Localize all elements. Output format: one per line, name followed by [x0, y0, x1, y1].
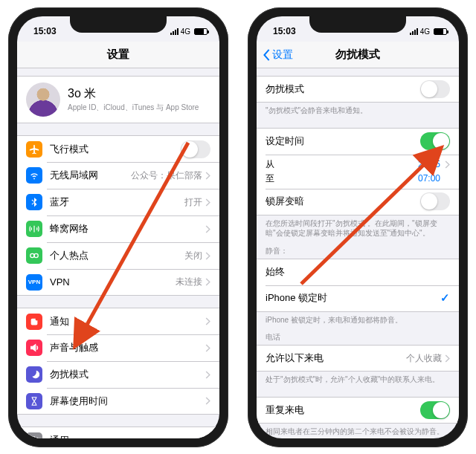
row-time-range[interactable]: 从 22:15 至 07:00 — [257, 155, 459, 189]
bluetooth-icon — [26, 194, 42, 210]
chevron-right-icon — [205, 436, 210, 438]
chevron-right-icon — [445, 354, 450, 363]
row-detail: 未连接 — [176, 276, 202, 288]
page-title: 设置 — [107, 48, 129, 62]
chevron-right-icon — [445, 160, 450, 169]
cellular-icon — [26, 221, 42, 237]
chevron-right-icon — [205, 252, 210, 260]
checkmark-icon: ✓ — [440, 291, 450, 305]
network-label: 4G — [181, 27, 190, 36]
svg-point-3 — [36, 317, 39, 320]
driving-header: 驾驶勿扰 — [257, 436, 459, 438]
profile-name: 3o 米 — [68, 86, 199, 102]
silence-header: 静音： — [257, 239, 459, 259]
phone-left: 15:03 4G 设置 3o 米 Apple ID、iCloud、iTunes … — [8, 7, 228, 447]
chevron-right-icon — [205, 397, 210, 405]
row-label: 重复来电 — [266, 403, 420, 417]
repeat-note: 相同来电者在三分钟内的第二个来电不会被设为静音。 — [257, 424, 459, 437]
dim-note: 在您所选时间段打开"勿扰模式"。在此期间，"锁屏变暗"会使锁定屏幕变暗并将通知发… — [257, 215, 459, 239]
row-detail: 个人收藏 — [406, 352, 442, 365]
navbar: 设置 — [17, 42, 219, 68]
hourglass-icon — [26, 393, 42, 409]
row-label: 设定时间 — [266, 134, 420, 148]
row-label: 通知 — [50, 315, 205, 328]
phone-header: 电话 — [257, 325, 459, 345]
row-cellular[interactable]: 蜂窝网络 — [17, 215, 219, 242]
row-detail: 打开 — [184, 196, 202, 209]
svg-point-1 — [34, 253, 38, 257]
row-label: 屏幕使用时间 — [50, 395, 205, 408]
row-dnd-toggle[interactable]: 勿扰模式 — [257, 76, 459, 103]
row-label: 勿扰模式 — [266, 82, 420, 96]
row-always[interactable]: 始终 — [257, 259, 459, 285]
to-value: 07:00 — [418, 172, 440, 186]
row-label: 个人热点 — [50, 249, 184, 262]
locked-note: iPhone 被锁定时，来电和通知都将静音。 — [257, 312, 459, 325]
row-detail: 公众号：果仁部落 — [131, 169, 202, 182]
row-label: 声音与触感 — [50, 341, 205, 354]
dnd-note: "勿扰模式"会静音来电和通知。 — [257, 103, 459, 116]
status-time: 15:03 — [33, 26, 57, 36]
back-label: 设置 — [272, 48, 293, 62]
row-label: 飞行模式 — [50, 143, 181, 156]
vpn-icon: VPN — [26, 274, 42, 291]
chevron-right-icon — [205, 371, 210, 379]
row-vpn[interactable]: VPN VPN 未连接 — [17, 269, 219, 296]
row-label: 蓝牙 — [50, 195, 184, 209]
chevron-right-icon — [205, 225, 210, 233]
back-button[interactable]: 设置 — [263, 48, 293, 62]
row-dnd[interactable]: 勿扰模式 — [17, 361, 219, 388]
row-detail: 关闭 — [184, 250, 202, 262]
dim-toggle[interactable] — [420, 192, 450, 210]
row-label: 无线局域网 — [50, 169, 131, 182]
chevron-right-icon — [205, 172, 210, 180]
notifications-icon — [26, 314, 42, 330]
schedule-toggle[interactable] — [420, 132, 450, 150]
row-general[interactable]: 通用 — [17, 427, 219, 438]
airplane-icon — [26, 141, 42, 158]
row-label: VPN — [50, 276, 176, 288]
row-bluetooth[interactable]: 蓝牙 打开 — [17, 189, 219, 215]
row-schedule[interactable]: 设定时间 — [257, 128, 459, 155]
screen-right: 15:03 4G 设置 勿扰模式 勿扰模式 "勿扰模式"会静音来电和通知。 设定… — [257, 16, 459, 438]
row-label: 通用 — [50, 434, 205, 439]
row-label: 勿扰模式 — [50, 368, 205, 381]
row-locked[interactable]: iPhone 锁定时 ✓ — [257, 285, 459, 312]
row-label: 蜂窝网络 — [50, 222, 205, 236]
row-notifications[interactable]: 通知 — [17, 308, 219, 334]
screen-left: 15:03 4G 设置 3o 米 Apple ID、iCloud、iTunes … — [17, 16, 219, 438]
signal-icon — [410, 28, 418, 35]
chevron-right-icon — [205, 344, 210, 352]
wifi-icon — [26, 167, 42, 184]
row-dim[interactable]: 锁屏变暗 — [257, 189, 459, 215]
gear-icon — [26, 432, 42, 439]
allow-note: 处于"勿扰模式"时，允许"个人收藏"中的联系人来电。 — [257, 372, 459, 385]
airplane-toggle[interactable] — [181, 140, 210, 158]
row-label: 锁屏变暗 — [266, 195, 420, 208]
network-label: 4G — [420, 27, 430, 36]
repeat-toggle[interactable] — [420, 401, 450, 419]
row-label: 允许以下来电 — [266, 351, 406, 365]
row-label: 始终 — [266, 265, 450, 279]
row-repeat-calls[interactable]: 重复来电 — [257, 397, 459, 424]
row-screentime[interactable]: 屏幕使用时间 — [17, 388, 219, 415]
page-title: 勿扰模式 — [335, 48, 380, 62]
dnd-toggle[interactable] — [420, 80, 450, 98]
row-hotspot[interactable]: 个人热点 关闭 — [17, 242, 219, 269]
notch — [309, 16, 406, 33]
from-value: 22:15 — [418, 158, 440, 172]
hotspot-icon — [26, 247, 42, 264]
to-label: 至 — [266, 172, 274, 186]
chevron-right-icon — [205, 317, 210, 325]
row-wifi[interactable]: 无线局域网 公众号：果仁部落 — [17, 162, 219, 189]
row-airplane[interactable]: 飞行模式 — [17, 135, 219, 162]
row-sounds[interactable]: 声音与触感 — [17, 334, 219, 361]
from-label: 从 — [266, 158, 274, 172]
signal-icon — [170, 28, 178, 35]
profile-cell[interactable]: 3o 米 Apple ID、iCloud、iTunes 与 App Store — [17, 76, 219, 123]
row-allow-calls[interactable]: 允许以下来电 个人收藏 — [257, 345, 459, 372]
navbar: 设置 勿扰模式 — [257, 42, 459, 68]
notch — [70, 16, 167, 33]
battery-icon — [434, 28, 447, 35]
profile-subtitle: Apple ID、iCloud、iTunes 与 App Store — [68, 103, 199, 113]
